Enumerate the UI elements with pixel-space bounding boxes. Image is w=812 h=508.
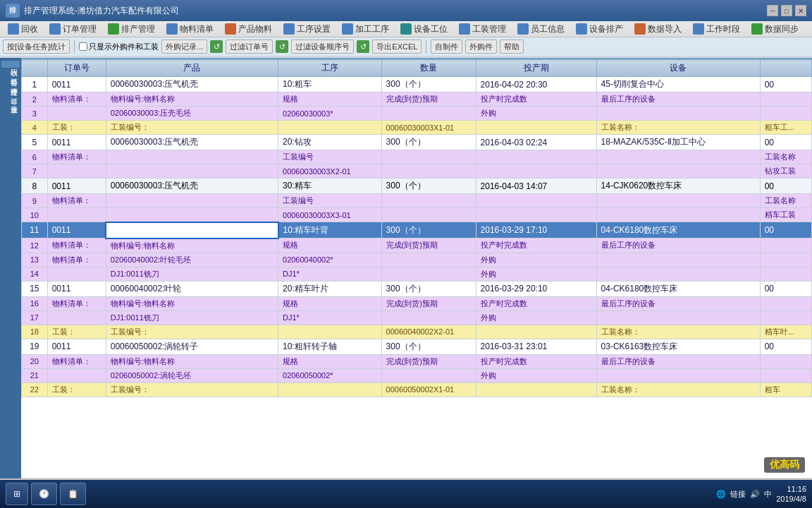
sidebar-item-order[interactable]: 订单 (1, 89, 20, 96)
table-container[interactable]: 订单号 产品 工序 数量 投产期 设备 1001100060030003:压气机… (21, 58, 812, 478)
menu-gongxu-set[interactable]: 工序设置 (278, 21, 336, 37)
cell-col6 (596, 194, 760, 208)
menu-work-time[interactable]: 工作时段 (688, 21, 745, 37)
table-row[interactable]: 9物料清单：工装编号工装名称 (22, 194, 812, 208)
menu-shebei-wei[interactable]: 设备工位 (395, 21, 453, 37)
cell-col1: 工装： (47, 121, 106, 135)
sidebar: 回收 订单公司 排产管理 订单 注册单 (0, 58, 21, 478)
stat-by-device-btn[interactable]: 按[设备任务]统计 (3, 40, 70, 54)
col-num (22, 60, 48, 77)
table-row[interactable]: 1001100060030003:压气机壳10:粗车300（个）2016-04-… (22, 77, 812, 92)
filter-device-seq-btn[interactable]: 过滤设备顺序号 (291, 40, 354, 54)
table-row[interactable]: 18工装：工装编号：00060040002X2-01工装名称：精车叶... (22, 325, 812, 339)
cell-col6: 04-CK6180数控车床 (596, 222, 760, 238)
row-number: 5 (22, 135, 48, 150)
help-btn[interactable]: 帮助 (500, 40, 524, 54)
table-row[interactable]: 17DJ1:0011铣刀DJ1*外购 (22, 310, 812, 325)
menu-wuliao[interactable]: 物料清单 (161, 21, 219, 37)
table-header-row: 订单号 产品 工序 数量 投产期 设备 (22, 60, 812, 77)
table-row[interactable]: 700060030003X2-01钻攻工装 (22, 164, 812, 179)
cell-col7: 钻攻工装 (760, 164, 811, 179)
cell-col1: 0011 (47, 77, 106, 92)
table-row[interactable]: 4工装：工装编号：00060030003X1-01工装名称：粗车工... (22, 121, 812, 135)
menu-paichan[interactable]: 排产管理 (103, 21, 160, 37)
cell-col1: 物料清单： (47, 150, 106, 164)
menu-gongzhuang[interactable]: 工装管理 (454, 21, 511, 37)
menu-jiagong[interactable]: 加工工序 (337, 21, 394, 37)
purchase-btn[interactable]: 外购件 (465, 40, 497, 54)
cell-col7 (760, 107, 811, 121)
taskbar-app1[interactable]: 🕐 (31, 483, 57, 505)
cell-col6: 14-CJK0620数控车床 (596, 179, 760, 194)
table-row[interactable]: 302060030003:压壳毛坯02060030003*外购 (22, 107, 812, 121)
cell-col4: 00060040002X2-01 (381, 325, 476, 339)
table-row[interactable]: 19001100060050002:涡轮转子10:粗轩转子轴300（个）2016… (22, 339, 812, 354)
table-row[interactable]: 2102060050002:涡轮毛坯02060050002*外购 (22, 368, 812, 382)
export-excel-btn[interactable]: 导出EXCEL (372, 40, 422, 54)
show-purchase-checkbox[interactable]: 只显示外购件和工装 (79, 42, 159, 52)
table-row[interactable]: 15001100060040002:叶轮20:精车叶片300（个）2016-03… (22, 281, 812, 296)
maximize-button[interactable]: □ (781, 5, 792, 16)
cell-col2: 物料编号:物料名称 (106, 296, 278, 310)
close-button[interactable]: ✕ (795, 5, 806, 16)
table-row[interactable]: 11001100060040002:叶轮10:精车叶背300（个）2016-03… (22, 222, 812, 238)
show-purchase-input[interactable] (79, 42, 87, 51)
menu-chanpin[interactable]: 产品物料 (220, 21, 277, 37)
minimize-button[interactable]: ─ (767, 5, 778, 16)
cell-col1: 0011 (47, 339, 106, 354)
cell-col5: 外购 (476, 368, 596, 382)
jiagong-icon (342, 23, 353, 35)
table-row[interactable]: 2物料清单：物料编号:物料名称规格完成(到货)预期投产时完成数最后工序的设备 (22, 92, 812, 107)
menu-shuju-sync[interactable]: 数据同步 (746, 21, 804, 37)
row-number: 9 (22, 194, 48, 208)
table-row[interactable]: 1000060030003X3-01精车工装 (22, 208, 812, 222)
cell-col2: 00060030003:压气机壳 (106, 135, 278, 150)
row-number: 2 (22, 92, 48, 107)
sidebar-item-paichan[interactable]: 排产管理 (1, 79, 20, 87)
row-number: 20 (22, 354, 48, 368)
menu-shebei-paichan[interactable]: 设备排产 (571, 21, 628, 37)
table-row[interactable]: 14DJ1:0011铣刀DJ1*外购 (22, 267, 812, 281)
menu-yuangong[interactable]: 员工信息 (512, 21, 570, 37)
self-made-btn[interactable]: 自制件 (431, 40, 462, 54)
cell-col6 (596, 310, 760, 325)
table-row[interactable]: 20物料清单：物料编号:物料名称规格完成(到货)预期投产时完成数最后工序的设备 (22, 354, 812, 368)
cell-col5: 投产时完成数 (476, 354, 596, 368)
sidebar-item-zhuce[interactable]: 注册单 (1, 97, 20, 105)
table-row[interactable]: 5001100060030003:压气机壳20:钻攻300（个）2016-04-… (22, 135, 812, 150)
refresh3-btn[interactable]: ↺ (357, 40, 369, 53)
menu-dingdan[interactable]: 订单管理 (44, 21, 102, 37)
table-row[interactable]: 16物料清单：物料编号:物料名称规格完成(到货)预期投产时完成数最后工序的设备 (22, 296, 812, 310)
refresh1-btn[interactable]: ↺ (210, 40, 223, 53)
refresh2-btn[interactable]: ↺ (276, 40, 288, 53)
cell-col1: 0011 (47, 135, 106, 150)
table-row[interactable]: 12物料清单：物料编号:物料名称规格完成(到货)预期投产时完成数最后工序的设备 (22, 238, 812, 253)
cell-col5: 2016-03-31 23:01 (476, 339, 596, 354)
sidebar-item-dingdan[interactable]: 订单公司 (1, 69, 20, 78)
menu-shuju-import[interactable]: 数据导入 (629, 21, 687, 37)
start-button[interactable]: ⊞ (6, 483, 28, 505)
cell-col1 (47, 107, 106, 121)
menu-bar: 回收 订单管理 排产管理 物料清单 产品物料 工序设置 (0, 21, 812, 58)
table-row[interactable]: 13物料清单：02060040002:叶轮毛坯02060040002*外购 (22, 253, 812, 267)
filter-order-label: 过滤订单号 (230, 42, 269, 52)
filter-order-btn[interactable]: 过滤订单号 (226, 40, 273, 54)
cell-col2: 物料编号:物料名称 (106, 354, 278, 368)
table-row[interactable]: 22工装：工装编号：00060050002X1-01工装名称：粗车 (22, 382, 812, 397)
purchase-record-btn[interactable]: 外购记录... (161, 40, 207, 54)
cell-col6: 45-切削复合中心 (596, 77, 760, 92)
sidebar-item-huishou[interactable]: 回收 (1, 61, 20, 68)
cell-col6: 18-MAZAK/535C-Ⅱ加工中心 (596, 135, 760, 150)
table-row[interactable]: 8001100060030003:压气机壳30:精车300（个）2016-04-… (22, 179, 812, 194)
cell-col3: 规格 (278, 238, 382, 253)
table-row[interactable]: 6物料清单：工装编号工装名称 (22, 150, 812, 164)
network-status: 链接 (730, 489, 746, 500)
menu-huishou[interactable]: 回收 (3, 21, 43, 37)
cell-col1: 物料清单： (47, 296, 106, 310)
row-number: 21 (22, 368, 48, 382)
row-number: 4 (22, 121, 48, 135)
taskbar-app2[interactable]: 📋 (60, 483, 86, 505)
cell-col1: 工装： (47, 325, 106, 339)
cell-col3: 30:精车 (278, 179, 382, 194)
cell-col7: 工装名称 (760, 150, 811, 164)
